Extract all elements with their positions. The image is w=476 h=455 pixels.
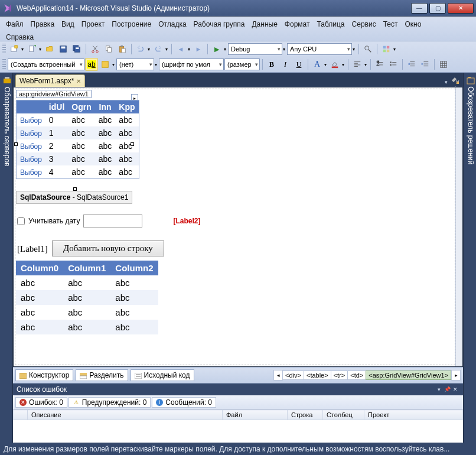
menu-table[interactable]: Таблица xyxy=(313,18,348,31)
split-view-button[interactable]: Разделить xyxy=(76,369,128,381)
menu-edit[interactable]: Правка xyxy=(27,18,58,31)
backcolor-dropdown[interactable]: ▾ xyxy=(341,58,345,71)
new-project-dropdown[interactable]: ▾ xyxy=(20,43,25,56)
resize-handle[interactable] xyxy=(131,142,134,146)
numbered-list-button[interactable]: 12 xyxy=(373,58,386,71)
design-view-button[interactable]: Конструктор xyxy=(15,369,73,381)
select-link[interactable]: Выбор xyxy=(20,116,42,125)
bulleted-list-button[interactable] xyxy=(387,58,400,71)
highlight-button[interactable]: ab xyxy=(85,58,98,71)
menu-help[interactable]: Справка xyxy=(2,31,37,44)
open-file-button[interactable] xyxy=(43,43,56,56)
menu-team[interactable]: Рабочая группа xyxy=(190,18,249,31)
document-tab[interactable]: WebForm1.aspx* ✕ xyxy=(15,74,85,87)
menu-tools[interactable]: Сервис xyxy=(348,18,380,31)
close-icon[interactable]: ✕ xyxy=(76,78,81,84)
panel-dropdown-icon[interactable]: ▾ xyxy=(435,385,443,394)
extensions-dropdown[interactable]: ▾ xyxy=(392,43,397,56)
select-link[interactable]: Выбор xyxy=(20,142,42,151)
insert-table-button[interactable] xyxy=(437,58,450,71)
source-view-button[interactable]: Исходный код xyxy=(131,369,194,381)
messages-tab[interactable]: iСообщений: 0 xyxy=(152,397,216,408)
pin-icon[interactable]: 📌 xyxy=(443,385,451,394)
menu-window[interactable]: Окно xyxy=(401,18,425,31)
menu-debug[interactable]: Отладка xyxy=(155,18,190,31)
forecolor-button[interactable]: A xyxy=(311,58,324,71)
menu-format[interactable]: Формат xyxy=(281,18,314,31)
vertical-scrollbar[interactable] xyxy=(455,87,462,366)
menu-data[interactable]: Данные xyxy=(248,18,281,31)
new-project-button[interactable] xyxy=(8,43,21,56)
nav-back-dropdown[interactable]: ▾ xyxy=(187,43,191,56)
designer-surface[interactable]: asp:gridview#GridView1 ▸ idUl Ogrn Inn K… xyxy=(13,87,463,367)
font-size-dropdown[interactable]: (размер xyxy=(224,58,260,70)
add-item-button[interactable]: + xyxy=(25,43,38,56)
breadcrumb-item[interactable]: <table> xyxy=(304,370,331,380)
select-link[interactable]: Выбор xyxy=(20,168,42,177)
menu-project[interactable]: Проект xyxy=(78,18,109,31)
select-link[interactable]: Выбор xyxy=(20,155,42,164)
errors-tab[interactable]: ✕Ошибок: 0 xyxy=(15,397,67,408)
sqldatasource-control[interactable]: SqlDataSource - SqlDataSource1 xyxy=(16,191,132,204)
backcolor-button[interactable] xyxy=(328,58,341,71)
save-button[interactable] xyxy=(57,43,70,56)
col-file[interactable]: Файл xyxy=(223,410,288,420)
start-debug-dropdown[interactable]: ▾ xyxy=(223,43,227,56)
font-family-dropdown[interactable]: (шрифт по умол xyxy=(159,58,224,70)
col-line[interactable]: Строка xyxy=(288,410,323,420)
bold-button[interactable]: B xyxy=(265,58,278,71)
server-explorer-tab[interactable]: Обозреватель серверов xyxy=(3,76,11,439)
solution-config-dropdown[interactable]: Debug xyxy=(228,43,282,55)
nav-fwd-button[interactable]: ► xyxy=(192,43,205,56)
breadcrumb-item[interactable]: <div> xyxy=(282,370,304,380)
undo-button[interactable] xyxy=(134,43,147,56)
breadcrumb-item[interactable]: <td> xyxy=(347,370,366,380)
toolbar-grip[interactable] xyxy=(2,59,6,70)
undo-dropdown[interactable]: ▾ xyxy=(146,43,151,56)
toolbar-grip[interactable] xyxy=(2,44,6,54)
nav-back-button[interactable]: ◄ xyxy=(174,43,187,56)
start-debug-button[interactable]: ▶ xyxy=(210,43,223,56)
date-checkbox[interactable] xyxy=(17,217,25,225)
extensions-button[interactable] xyxy=(380,43,393,56)
underline-button[interactable]: U xyxy=(292,58,305,71)
copy-button[interactable] xyxy=(102,43,115,56)
target-rule-arrow[interactable]: ▾ xyxy=(154,58,158,71)
breadcrumb-left-arrow[interactable]: ◂ xyxy=(273,370,283,381)
menu-view[interactable]: Вид xyxy=(58,18,78,31)
menu-file[interactable]: Файл xyxy=(2,18,27,31)
align-dropdown[interactable]: ▾ xyxy=(363,58,368,71)
add-row-button[interactable]: Добавить новую строку xyxy=(52,240,164,256)
resize-handle[interactable] xyxy=(14,142,18,146)
cut-button[interactable] xyxy=(89,43,102,56)
select-link[interactable]: Выбор xyxy=(20,129,42,138)
redo-dropdown[interactable]: ▾ xyxy=(164,43,169,56)
selected-control-tag[interactable]: asp:gridview#GridView1 xyxy=(16,90,92,98)
gridview1[interactable]: idUl Ogrn Inn Kpp Выбор0abcabcabc Выбор1… xyxy=(16,100,139,179)
gridview2[interactable]: Column0 Column1 Column2 abcabcabc abcabc… xyxy=(16,261,158,334)
breadcrumb-item-active[interactable]: <asp:GridView#GridView1> xyxy=(366,370,451,380)
indent-button[interactable] xyxy=(419,58,432,71)
date-textbox[interactable] xyxy=(83,214,142,228)
col-icon[interactable] xyxy=(14,410,28,420)
outdent-button[interactable] xyxy=(405,58,418,71)
align-left-button[interactable] xyxy=(351,58,364,71)
find-button[interactable] xyxy=(361,43,374,56)
target-schema-dropdown[interactable]: (Создать встроенный xyxy=(8,58,84,70)
add-item-dropdown[interactable]: ▾ xyxy=(38,43,43,56)
save-all-button[interactable] xyxy=(70,43,83,56)
element-outline-dropdown[interactable]: ▾ xyxy=(111,58,116,71)
warnings-tab[interactable]: ⚠Предупреждений: 0 xyxy=(69,397,151,408)
target-rule-dropdown[interactable]: (нет) xyxy=(116,58,154,70)
solution-platform-dropdown[interactable]: Any CPU xyxy=(287,43,352,55)
italic-button[interactable]: I xyxy=(279,58,292,71)
col-project[interactable]: Проект xyxy=(364,410,463,420)
window-close-button[interactable]: ✕ xyxy=(448,3,474,14)
col-column[interactable]: Столбец xyxy=(323,410,364,420)
menu-test[interactable]: Тест xyxy=(380,18,402,31)
forecolor-dropdown[interactable]: ▾ xyxy=(323,58,328,71)
error-list-header[interactable]: Список ошибок ▾ 📌 ✕ xyxy=(13,384,463,395)
error-list-grid[interactable]: Описание Файл Строка Столбец Проект xyxy=(13,410,463,443)
window-maximize-button[interactable]: ▢ xyxy=(429,3,446,14)
solution-explorer-tab[interactable]: Обозреватель решений xyxy=(467,76,475,439)
